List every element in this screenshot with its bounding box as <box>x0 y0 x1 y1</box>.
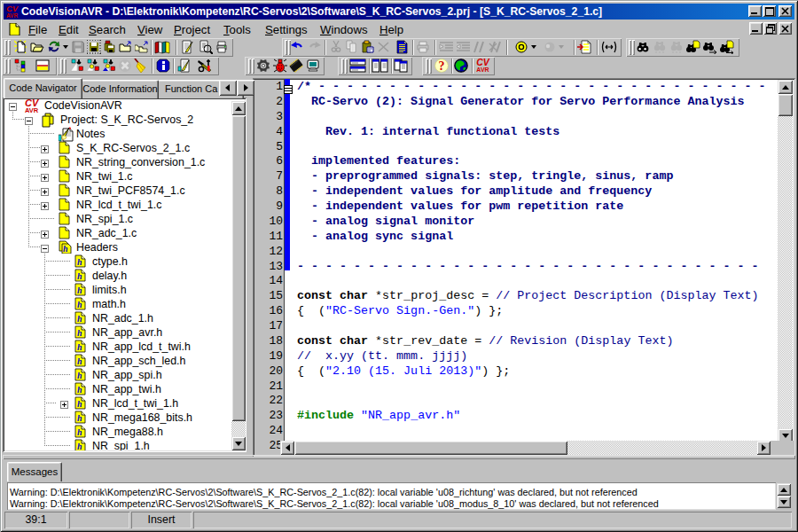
svg-text:h: h <box>77 314 82 324</box>
svg-text:h: h <box>77 399 82 409</box>
svg-text:AVR: AVR <box>25 106 39 113</box>
svg-text:h: h <box>77 442 82 450</box>
svg-text:h: h <box>63 244 68 254</box>
svg-text:h: h <box>77 413 82 423</box>
svg-text:h: h <box>77 371 82 380</box>
svg-text:h: h <box>77 300 82 309</box>
svg-text:?: ? <box>439 59 445 73</box>
svg-text:h: h <box>77 257 82 267</box>
svg-text:h: h <box>77 427 82 437</box>
svg-text:h: h <box>77 328 82 338</box>
svg-text:h: h <box>77 385 82 395</box>
svg-text:h: h <box>77 356 82 366</box>
svg-text:h: h <box>77 286 82 295</box>
svg-text:h: h <box>77 271 82 281</box>
svg-text:h: h <box>77 342 82 352</box>
